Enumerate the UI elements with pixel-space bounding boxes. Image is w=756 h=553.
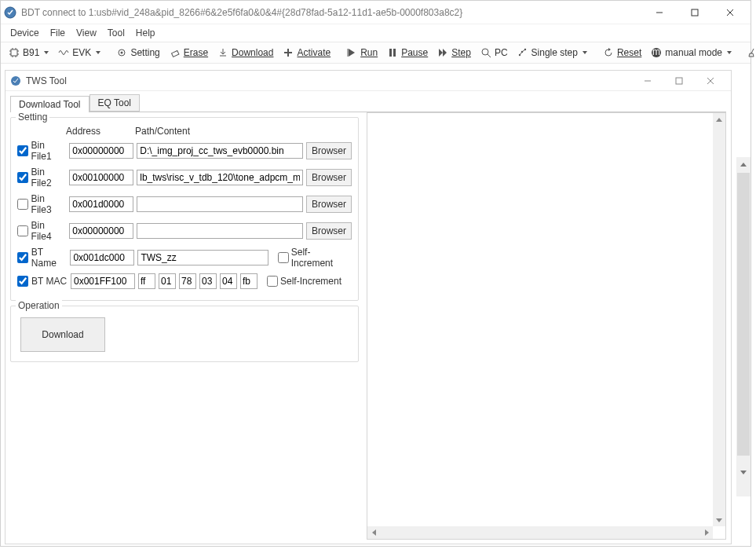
addr-bin-file3[interactable] — [69, 196, 133, 212]
svg-point-15 — [121, 52, 123, 54]
inner-minimize-button[interactable] — [632, 72, 663, 90]
chevron-down-icon — [44, 51, 49, 54]
browser-bin-file3[interactable]: Browser — [306, 196, 352, 213]
inner-maximize-button[interactable] — [663, 72, 695, 90]
row-bin-file4: Bin File4 Browser — [17, 220, 352, 242]
chip-selector[interactable]: B91 — [4, 46, 53, 60]
scroll-left-icon[interactable] — [367, 526, 380, 539]
scroll-right-icon[interactable] — [700, 526, 713, 539]
gear-icon — [116, 47, 127, 58]
tab-eq-tool[interactable]: EQ Tool — [89, 94, 140, 112]
addr-bin-file1[interactable] — [69, 143, 133, 159]
path-bin-file2[interactable] — [137, 170, 303, 185]
browser-bin-file2[interactable]: Browser — [306, 169, 352, 186]
mac-byte-1[interactable] — [159, 273, 176, 289]
main-window: BDT connect to 1:usb#vid_248a&pid_8266#6… — [0, 0, 751, 547]
tab-bar: Download Tool EQ Tool — [5, 94, 731, 112]
addr-bt-mac[interactable] — [71, 273, 135, 289]
svg-rect-2 — [692, 9, 698, 16]
menu-device[interactable]: Device — [5, 26, 44, 40]
menu-bar: Device File View Tool Help — [1, 24, 751, 42]
header-address: Address — [66, 126, 135, 137]
erase-icon — [170, 47, 181, 58]
scroll-down-icon[interactable] — [736, 465, 751, 479]
browser-bin-file1[interactable]: Browser — [306, 142, 352, 159]
checkbox-bin-file2[interactable] — [17, 172, 28, 183]
clear-button[interactable]: Clear — [743, 46, 756, 60]
setting-button[interactable]: Setting — [111, 46, 164, 60]
broom-icon — [747, 47, 756, 58]
checkbox-bin-file4[interactable] — [17, 225, 28, 236]
chevron-down-icon — [727, 51, 732, 54]
evk-selector[interactable]: EVK — [53, 46, 105, 60]
setting-group: Setting Address Path/Content Bin File1 B… — [10, 117, 359, 301]
pc-button[interactable]: PC — [476, 46, 513, 60]
reset-button[interactable]: Reset — [598, 46, 646, 60]
path-bin-file3[interactable] — [137, 196, 303, 212]
tool-icon — [10, 75, 21, 86]
scrollbar-thumb[interactable] — [737, 173, 750, 456]
row-bin-file3: Bin File3 Browser — [17, 193, 352, 215]
menu-help[interactable]: Help — [131, 26, 160, 40]
maximize-button[interactable] — [677, 2, 712, 24]
mac-byte-4[interactable] — [220, 273, 237, 289]
activate-button[interactable]: Activate — [278, 46, 335, 60]
minimize-button[interactable] — [641, 2, 677, 24]
addr-bin-file4[interactable] — [69, 223, 133, 239]
scroll-down-icon[interactable] — [713, 514, 725, 526]
mac-byte-3[interactable] — [199, 273, 217, 289]
step-button[interactable]: Step — [433, 46, 476, 60]
inner-close-button[interactable] — [695, 72, 726, 90]
inner-title-bar[interactable]: TWS Tool — [5, 71, 731, 91]
svg-rect-21 — [393, 49, 396, 57]
scrollbar-horizontal[interactable] — [367, 526, 713, 539]
left-panel: Setting Address Path/Content Bin File1 B… — [5, 112, 363, 544]
pause-button[interactable]: Pause — [382, 46, 433, 60]
pause-icon — [387, 47, 398, 58]
path-bin-file4[interactable] — [137, 223, 303, 239]
operation-download-button[interactable]: Download — [20, 317, 105, 352]
mac-byte-0[interactable] — [138, 273, 155, 289]
checkbox-btname-selfinc[interactable] — [278, 252, 289, 263]
checkbox-bin-file1[interactable] — [17, 145, 28, 156]
menu-view[interactable]: View — [71, 26, 101, 40]
reset-icon — [603, 47, 614, 58]
scrollbar-vertical[interactable] — [713, 113, 725, 526]
value-bt-name[interactable] — [137, 250, 268, 266]
chip-icon — [9, 47, 20, 58]
menu-file[interactable]: File — [46, 26, 70, 40]
single-step-button[interactable]: Single step — [513, 46, 592, 60]
menu-tool[interactable]: Tool — [103, 26, 130, 40]
checkbox-bt-name[interactable] — [17, 252, 28, 263]
close-button[interactable] — [712, 2, 747, 24]
tab-download-tool[interactable]: Download Tool — [10, 96, 89, 112]
chevron-down-icon — [96, 51, 100, 54]
step-icon — [437, 47, 448, 58]
checkbox-bin-file3[interactable] — [17, 199, 28, 210]
search-icon — [480, 47, 491, 58]
run-button[interactable]: Run — [341, 46, 382, 60]
plus-icon — [283, 47, 294, 58]
row-bin-file2: Bin File2 Browser — [17, 167, 352, 189]
addr-bin-file2[interactable] — [69, 170, 133, 185]
browser-bin-file4[interactable]: Browser — [306, 222, 352, 240]
mac-byte-2[interactable] — [179, 273, 196, 289]
log-output[interactable] — [367, 112, 726, 540]
addr-bt-name[interactable] — [70, 250, 134, 266]
erase-button[interactable]: Erase — [165, 46, 213, 60]
path-bin-file1[interactable] — [137, 143, 303, 159]
download-button[interactable]: Download — [213, 46, 278, 60]
scroll-up-icon[interactable] — [736, 157, 751, 171]
mac-byte-5[interactable] — [240, 273, 257, 289]
svg-rect-16 — [171, 50, 178, 57]
manual-mode-button[interactable]: m manual mode — [646, 46, 736, 60]
checkbox-bt-mac[interactable] — [17, 276, 28, 287]
chevron-down-icon — [583, 51, 587, 54]
row-bt-mac: BT MAC Self-Increment — [17, 273, 352, 289]
title-bar[interactable]: BDT connect to 1:usb#vid_248a&pid_8266#6… — [1, 1, 751, 24]
svg-line-29 — [751, 49, 754, 53]
scroll-up-icon[interactable] — [713, 113, 725, 126]
checkbox-btmac-selfinc[interactable] — [267, 276, 278, 287]
outer-scrollbar-vertical[interactable] — [736, 157, 751, 496]
header-path: Path/Content — [135, 126, 190, 137]
